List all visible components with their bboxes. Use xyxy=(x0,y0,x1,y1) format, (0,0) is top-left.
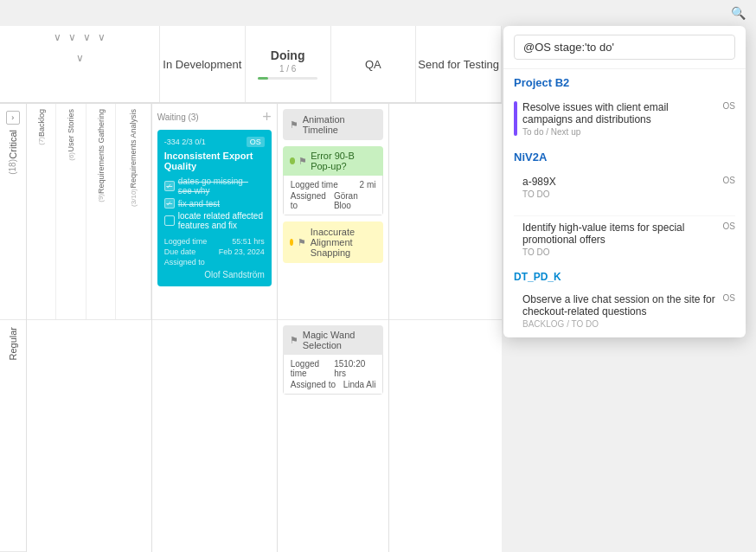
critical-count: (18) xyxy=(8,159,17,175)
inaccurate-alignment-card[interactable]: ⚑ Inaccurate Alignment Snapping xyxy=(283,221,384,263)
in-development-header: In Development xyxy=(160,26,246,102)
niv2a-result-1[interactable]: a-989X TO DO OS xyxy=(514,170,735,216)
user-stories-label: User Stories xyxy=(67,109,75,152)
error90b-assigned-value: Göran Bloo xyxy=(334,191,376,210)
chevron-5[interactable]: ∨ xyxy=(76,52,84,64)
waiting-title: Waiting (3) xyxy=(157,112,199,122)
magic-wand-assigned-value: Linda Ali xyxy=(343,380,376,389)
niv2a-accent-2 xyxy=(514,221,517,256)
critical-expand-btn[interactable]: › xyxy=(6,111,20,125)
doing-progress-fill xyxy=(258,77,267,80)
row-labels: › Critical (18) Regular xyxy=(0,104,27,552)
error90b-title: Error 90-B Pop-up? xyxy=(311,151,376,171)
checklist-text-3: locate related affected features and fix xyxy=(178,211,265,230)
niv2a-result-2[interactable]: Identify high-value items for special pr… xyxy=(514,216,735,262)
magic-wand-logged-value: 1510:20 hrs xyxy=(334,359,375,378)
checkbox-1: ✓ xyxy=(164,181,175,191)
qa-bottom: ⚑ Magic Wand Selection Logged time 1510:… xyxy=(278,320,389,400)
niv2a-1-os-badge: OS xyxy=(723,176,735,185)
assigned-to-label: Assigned to xyxy=(164,258,205,266)
send-for-testing-column xyxy=(389,104,502,552)
qa-top: ⚑ Animation Timeline ⚑ Error 90-B Pop-up… xyxy=(278,104,389,320)
chevron-2[interactable]: ∨ xyxy=(68,31,76,43)
req-gathering-count: (9) xyxy=(97,194,105,202)
chevron-row: ∨ ∨ ∨ ∨ xyxy=(0,26,159,48)
waiting-bottom xyxy=(152,320,277,331)
inaccurate-alignment-title: Inaccurate Alignment Snapping xyxy=(311,227,377,258)
user-stories-count: (6) xyxy=(67,152,75,161)
error90b-assigned-label: Assigned to xyxy=(291,191,334,210)
error90b-assigned-row: Assigned to Göran Bloo xyxy=(291,191,376,210)
dt-pd-k-result[interactable]: Observe a live chat session on the site … xyxy=(514,288,735,334)
task-card-inconsistent-export[interactable]: -334 2/3 0/1 OS Inconsistent Export Qual… xyxy=(157,130,272,286)
checklist-item-2: ✓ fix and test xyxy=(164,198,265,209)
b2-result-subtitle: To do / Next up xyxy=(522,127,718,137)
search-icon[interactable]: 🔍 xyxy=(731,6,746,20)
logged-time-row: Logged time 55:51 hrs xyxy=(164,237,265,246)
search-input[interactable] xyxy=(514,35,735,60)
niv2a-title: NiV2A xyxy=(514,151,735,164)
sub-vl-bottom xyxy=(27,320,151,552)
error90b-logged-label: Logged time xyxy=(291,180,338,189)
assigned-to-value: Olof Sandström xyxy=(164,270,265,279)
niv2a-2-os-badge: OS xyxy=(723,221,735,231)
waiting-header: Waiting (3) + xyxy=(157,109,272,125)
animation-timeline-card[interactable]: ⚑ Animation Timeline xyxy=(283,109,384,140)
magic-wand-logged-row: Logged time 1510:20 hrs xyxy=(291,359,376,378)
task-id: -334 2/3 0/1 xyxy=(164,138,206,146)
magic-wand-title: Magic Wand Selection xyxy=(303,330,377,350)
logged-time-label: Logged time xyxy=(164,237,208,246)
waiting-column: Waiting (3) + -334 2/3 0/1 OS Inconsiste… xyxy=(152,104,278,552)
error-90b-card[interactable]: ⚑ Error 90-B Pop-up? Logged time 2 mi As… xyxy=(283,146,384,215)
waiting-add-btn[interactable]: + xyxy=(262,109,272,125)
logged-time-value: 55:51 hrs xyxy=(232,237,265,246)
sft-bottom xyxy=(389,320,502,331)
req-gathering-col-label: Requirements Gathering (9) xyxy=(86,104,117,319)
chevron-3[interactable]: ∨ xyxy=(83,31,91,43)
chevron-1[interactable]: ∨ xyxy=(54,31,61,43)
req-analysis-label: Requirements Analysis xyxy=(129,109,138,189)
regular-label: Regular xyxy=(8,327,18,361)
flag-icon-3: ⚑ xyxy=(298,237,306,248)
sub-vl-top: Backlog (7) User Stories (6) Requirement… xyxy=(27,104,151,320)
task-meta: Logged time 55:51 hrs Due date Feb 23, 2… xyxy=(164,237,265,279)
qa-column: ⚑ Animation Timeline ⚑ Error 90-B Pop-up… xyxy=(278,104,390,552)
due-date-value: Feb 23, 2024 xyxy=(219,247,265,256)
result-accent-bar xyxy=(514,101,517,136)
niv2a-result-1-id: a-989X xyxy=(522,176,718,188)
critical-label: Critical xyxy=(8,130,18,159)
backlog-label: Backlog xyxy=(37,109,46,137)
niv2a-result-1-subtitle: TO DO xyxy=(522,189,718,199)
magic-wand-assigned-label: Assigned to xyxy=(291,380,336,389)
flag-icon-1: ⚑ xyxy=(290,119,298,131)
magic-wand-card[interactable]: ⚑ Magic Wand Selection Logged time 1510:… xyxy=(283,325,384,395)
assigned-to-row: Assigned to xyxy=(164,258,265,266)
header-spacer: ∨ ∨ ∨ ∨ ∨ xyxy=(0,26,160,102)
magic-wand-logged-label: Logged time xyxy=(291,359,334,378)
project-b2-result[interactable]: Resolve issues with client email campaig… xyxy=(514,96,735,142)
dt-os-badge: OS xyxy=(723,293,735,303)
checkbox-2: ✓ xyxy=(164,198,175,209)
search-input-wrap xyxy=(503,26,746,69)
due-date-label: Due date xyxy=(164,247,196,256)
checklist-item-3: locate related affected features and fix xyxy=(164,211,265,230)
board-layout: ∨ ∨ ∨ ∨ ∨ In Development Doing 1 / 6 QA … xyxy=(0,26,502,552)
task-title: Inconsistent Export Quality xyxy=(164,151,265,171)
dt-pd-k-section: DT_PD_K Observe a live chat session on t… xyxy=(503,266,746,337)
priority-dot-green xyxy=(290,157,295,164)
b2-os-badge: OS xyxy=(723,101,735,111)
chevron-4[interactable]: ∨ xyxy=(98,31,106,43)
checklist-text-1: dates go missing - see why xyxy=(178,177,265,196)
waiting-top: Waiting (3) + -334 2/3 0/1 OS Inconsiste… xyxy=(152,104,277,320)
backlog-col-label: Backlog (7) xyxy=(27,104,57,319)
error90b-logged-value: 2 mi xyxy=(360,180,376,189)
niv2a-result-2-title: Identify high-value items for special pr… xyxy=(522,221,718,246)
dt-pd-k-title: DT_PD_K xyxy=(514,271,735,283)
dt-result-title: Observe a live chat session on the site … xyxy=(522,293,718,318)
b2-result-title: Resolve issues with client email campaig… xyxy=(522,101,718,125)
req-gathering-label: Requirements Gathering xyxy=(97,109,106,194)
req-analysis-count: (3/10) xyxy=(130,189,138,207)
niv2a-result-2-content: Identify high-value items for special pr… xyxy=(522,221,718,257)
sft-top xyxy=(389,104,502,320)
animation-title: Animation Timeline xyxy=(303,114,377,135)
